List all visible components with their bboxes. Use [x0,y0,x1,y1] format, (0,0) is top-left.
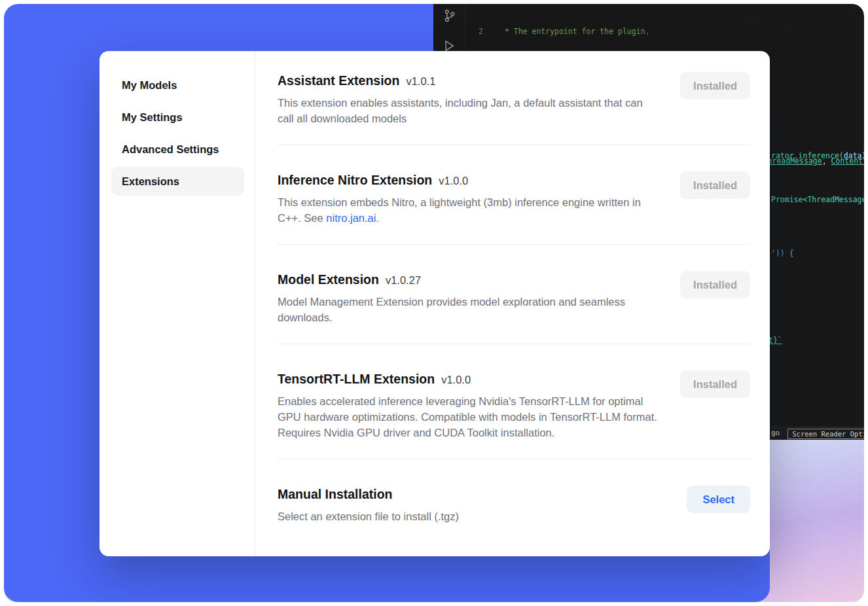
settings-modal: My Models My Settings Advanced Settings … [99,51,770,556]
installed-button: Installed [680,171,750,199]
extension-version: v1.0.0 [439,175,468,187]
sidebar-item-my-models[interactable]: My Models [111,71,244,99]
extension-row-model: Model Extensionv1.0.27 Model Management … [278,271,750,325]
extension-description: Enables accelerated inference leveraging… [278,393,660,440]
sidebar-item-advanced-settings[interactable]: Advanced Settings [111,135,244,164]
extension-title: Model Extension [278,272,379,287]
extension-title-line: Manual Installation [278,486,459,503]
settings-sidebar: My Models My Settings Advanced Settings … [99,51,255,556]
extension-version: v1.0.1 [406,75,435,87]
row-divider [278,145,750,145]
code-fragment: Promise<ThreadMessage> [771,194,864,205]
hero-canvas: 2 * The entrypoint for the plugin. 3 */ … [4,4,864,602]
extension-title-line: TensortRT-LLM Extensionv1.0.0 [278,370,660,387]
sidebar-item-my-settings[interactable]: My Settings [111,103,244,132]
installed-button: Installed [680,72,750,99]
extension-title-line: Model Extensionv1.0.27 [278,271,660,288]
code-line: 2 * The entrypoint for the plugin. [433,26,864,37]
code-fragment: ')) { [771,248,794,259]
extension-description: Model Management Extension provides mode… [278,294,660,325]
extension-title-line: Assistant Extensionv1.0.1 [278,72,660,89]
extension-description: Select an extension file to install (.tg… [278,508,459,524]
row-divider [278,459,750,459]
extension-title: TensortRT-LLM Extension [278,372,435,386]
screen-reader-badge: Screen Reader Optimize [787,429,864,439]
extension-title: Inference Nitro Extension [278,173,432,187]
extension-description: This extension embeds Nitro, a lightweig… [278,194,660,226]
row-divider [278,344,750,344]
nitro-jan-ai-link[interactable]: nitro.jan.ai [326,212,376,224]
code-fragment: rator.inference(data)); [771,151,864,162]
extension-row-inference-nitro: Inference Nitro Extensionv1.0.0 This ext… [278,171,750,226]
installed-button: Installed [680,271,750,298]
extensions-list: Assistant Extensionv1.0.1 This extension… [255,51,770,556]
sidebar-item-extensions[interactable]: Extensions [111,167,244,196]
extension-row-manual-installation: Manual Installation Select an extension … [278,486,750,524]
extension-row-assistant: Assistant Extensionv1.0.1 This extension… [278,72,750,126]
extension-title: Manual Installation [278,487,393,501]
extension-version: v1.0.27 [386,274,421,286]
extension-description: This extension enables assistants, inclu… [278,95,660,126]
code-fragment: t}` [769,335,782,346]
extension-version: v1.0.0 [441,374,471,385]
row-divider [278,244,750,245]
extension-title: Assistant Extension [278,73,399,88]
extension-row-tensorrt-llm: TensortRT-LLM Extensionv1.0.0 Enables ac… [278,370,750,440]
extension-title-line: Inference Nitro Extensionv1.0.0 [278,171,660,188]
status-bar-text: go [771,428,780,439]
select-file-button[interactable]: Select [687,486,750,513]
installed-button: Installed [680,370,750,398]
